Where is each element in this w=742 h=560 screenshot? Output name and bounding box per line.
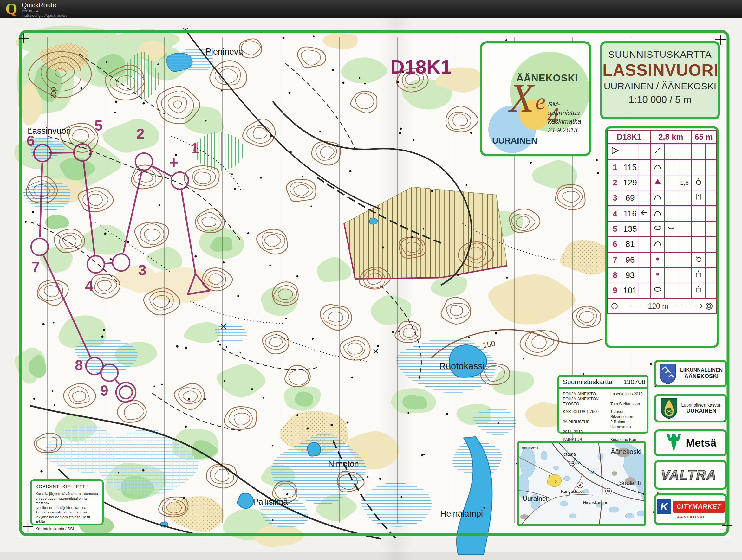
control-number-label: 8 — [75, 357, 83, 373]
inset-map-drawing: 1 2 13 4 69 Lannevesi Hietama Äänekoski … — [519, 443, 644, 524]
finish-circles-icon — [705, 302, 713, 310]
place-label-pienineva: Pienineva — [206, 47, 244, 56]
boulder-dot-icon — [650, 268, 665, 283]
desc-col-e — [665, 283, 678, 298]
desc-col-f — [678, 268, 691, 283]
sponsor-text: Luonnollisen kasvun — [681, 402, 722, 407]
desc-col-c — [638, 237, 650, 252]
sponsor-box-citymarket: K CITYMARKET ÄÄNEKOSKI — [654, 494, 727, 525]
event-city-bottom: UURAINEN — [492, 136, 537, 146]
emblem-e: e — [535, 90, 546, 113]
info-label: POHJA-AINEISTON — [563, 396, 611, 401]
desc-col-e — [665, 175, 678, 190]
control-row: 893 — [608, 268, 716, 283]
desc-col-h — [705, 160, 716, 175]
desc-col-f — [678, 252, 691, 268]
ruin-icon — [691, 283, 705, 298]
arrow-icon — [698, 303, 703, 309]
start-triangle-icon — [608, 144, 622, 160]
desc-col-f — [678, 190, 691, 206]
sponsor-text: LIIKUNNALLINEN — [680, 367, 723, 373]
control-row: 4116 — [608, 206, 716, 222]
desc-col-f — [678, 222, 691, 237]
info-label: POHJA-AINEISTO — [563, 391, 611, 396]
boulder-dot-icon — [650, 252, 665, 268]
sponsor-box-valtra: VALTRA — [654, 460, 727, 490]
place-label-heinalampi: Heinälampi — [440, 509, 483, 518]
metsa-moose-icon — [665, 434, 683, 453]
svg-text:Lannevesi: Lannevesi — [519, 446, 538, 450]
desc-col-c — [638, 190, 650, 206]
desc-col-e — [665, 160, 678, 175]
app-version: Versio 2.4 — [21, 9, 69, 13]
desc-col-g — [691, 144, 705, 160]
map-name-label: LASSINVUORI — [602, 61, 718, 79]
control-number-cell: 5 — [608, 222, 622, 237]
info-value: 2 Raimo Hernesmaa — [611, 419, 643, 430]
desc-col-h — [705, 206, 716, 222]
copyright-line: Tiedot sopimuksista saa kartan — [36, 510, 98, 515]
event-city-top: ÄÄNEKOSKI — [507, 72, 588, 84]
copyright-line: Kartalla järjestettävästä tapahtumasta — [36, 492, 98, 496]
copyright-box: KOPIOINTI KIELLETTY Kartalla järjestettä… — [30, 479, 104, 525]
desc-col-g — [691, 222, 705, 237]
desc-col-h — [705, 252, 716, 268]
control-number-cell: 3 — [608, 190, 622, 206]
marsh-ellipse-icon — [650, 222, 665, 237]
desc-col-f — [678, 283, 691, 298]
svg-text:13: 13 — [570, 461, 574, 465]
control-code-cell: 116 — [622, 206, 638, 222]
desc-col-h — [705, 268, 716, 283]
control-row: 1115 — [608, 160, 716, 175]
desc-col-h — [705, 237, 716, 252]
control-number-label: 5 — [95, 117, 103, 134]
desc-col-h — [705, 222, 716, 237]
event-line1: SM-suunnistus — [548, 100, 589, 117]
overview-inset-map: 1 2 13 4 69 Lannevesi Hietama Äänekoski … — [517, 441, 646, 526]
control-code-cell: 69 — [622, 190, 638, 206]
control-number-cell: 2 — [608, 175, 622, 190]
desc-col-e — [665, 252, 678, 268]
desc-col-h — [705, 190, 716, 206]
control-number-cell: 9 — [608, 283, 622, 298]
app-title: QuickRoute — [21, 1, 69, 9]
info-title: Suunnistuskartta — [563, 378, 612, 386]
site-mark-2: 2 — [555, 480, 557, 484]
control-code-cell: 115 — [622, 160, 638, 175]
control-row: 681 — [608, 237, 716, 252]
sponsor-box-uurainen: Luonnollisen kasvun UURAINEN — [654, 394, 727, 423]
circle-tick-icon — [691, 252, 705, 268]
place-label-ruotokassi: Ruotokassi — [439, 361, 484, 371]
contour-label-200: 200 — [49, 87, 58, 99]
ellipse-icon — [650, 283, 665, 298]
desc-col-f — [678, 206, 691, 222]
course-climb-header: 65 m — [691, 130, 716, 144]
desc-col-c — [638, 252, 650, 268]
info-label: TYÖSTÖ — [563, 401, 611, 407]
app-url: matstroeng.se/quickroute/en — [21, 13, 69, 18]
desc-col-c — [638, 160, 650, 175]
control-row: 21291,8 — [608, 175, 716, 190]
citymarket-band: CITYMARKET — [673, 501, 724, 513]
desc-col-e — [665, 237, 678, 252]
sponsor-box-metsa: Metsä — [654, 430, 727, 456]
control-code-cell: 81 — [622, 237, 638, 252]
sponsor-box-aanekoski: LIIKUNNALLINEN ÄÄNEKOSKI — [654, 360, 727, 387]
control-number-label: 1 — [191, 140, 199, 157]
control-number-cell: 4 — [608, 206, 622, 222]
place-label-lassinvuori: Lassinvuori — [28, 126, 71, 136]
map-type-label: SUUNNISTUSKARTTA — [602, 49, 718, 60]
sponsor-text: ÄÄNEKOSKI — [684, 373, 719, 380]
map-scale-label: 1:10 000 / 5 m — [602, 94, 718, 106]
course-name-label: D18K1 — [390, 56, 452, 78]
desc-col-c — [638, 283, 650, 298]
control-code-cell: 93 — [622, 268, 638, 283]
desc-col-h — [705, 175, 716, 190]
info-label: JA PIIRUSTUS — [563, 419, 611, 430]
control-code-cell: 135 — [622, 222, 638, 237]
hill-icon — [650, 190, 665, 206]
desc-col-e — [665, 268, 678, 283]
desc-col-c — [638, 144, 650, 160]
sponsor-text: UURAINEN — [686, 407, 716, 414]
svg-text:Kangashäkki: Kangashäkki — [561, 489, 585, 494]
